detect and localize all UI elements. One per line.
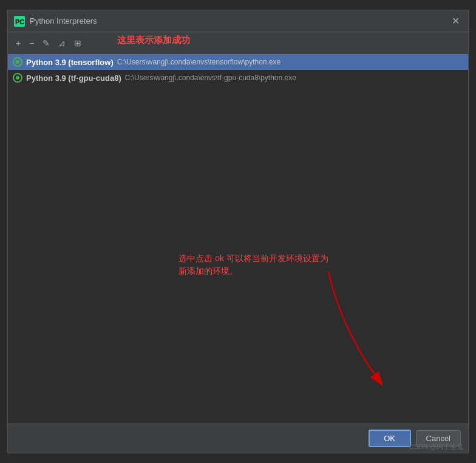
interpreter-list: Python 3.9 (tensorflow) C:\Users\wangj\.… [8, 54, 468, 424]
title-left: PC Python Interpreters [14, 16, 97, 27]
interpreter-name: Python 3.9 (tf-gpu-cuda8) [26, 74, 121, 83]
expand-button[interactable]: ⊞ [71, 37, 84, 49]
interpreter-name: Python 3.9 (tensorflow) [26, 58, 114, 67]
edit-interpreter-button[interactable]: ✎ [39, 37, 53, 49]
remove-interpreter-button[interactable]: − [26, 37, 37, 49]
interpreter-item-tensorflow[interactable]: Python 3.9 (tensorflow) C:\Users\wangj\.… [8, 54, 468, 70]
pycharm-logo-icon: PC [14, 16, 25, 27]
cancel-button[interactable]: Cancel [416, 430, 461, 447]
toolbar: + − ✎ ⊿ ⊞ 这里表示添加成功 [8, 32, 468, 54]
content-area: Python 3.9 (tensorflow) C:\Users\wangj\.… [8, 54, 468, 424]
footer: OK Cancel [8, 424, 468, 453]
filter-button[interactable]: ⊿ [55, 37, 69, 49]
add-interpreter-button[interactable]: + [13, 37, 24, 49]
python-interpreters-dialog: PC Python Interpreters ✕ + − ✎ ⊿ ⊞ 这里表示添… [7, 10, 469, 453]
interpreter-path: C:\Users\wangj\.conda\envs\tf-gpu-cuda8\… [125, 74, 296, 82]
interpreter-path: C:\Users\wangj\.conda\envs\tensorflow\py… [117, 58, 280, 66]
interpreter-status-icon [13, 57, 22, 67]
ok-button[interactable]: OK [369, 430, 411, 447]
close-button[interactable]: ✕ [449, 15, 462, 27]
dialog-title: Python Interpreters [30, 16, 97, 26]
interpreter-item-tf-gpu-cuda8[interactable]: Python 3.9 (tf-gpu-cuda8) C:\Users\wangj… [8, 70, 468, 86]
svg-text:PC: PC [15, 18, 24, 26]
interpreter-status-icon [13, 73, 22, 83]
success-annotation: 这里表示添加成功 [117, 35, 190, 46]
title-bar: PC Python Interpreters ✕ [8, 10, 468, 32]
